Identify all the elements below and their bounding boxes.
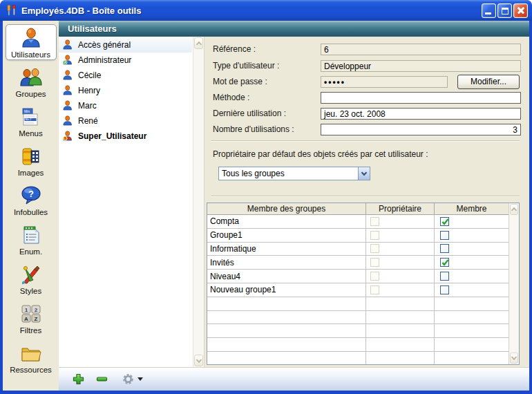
method-label: Méthode : (213, 92, 249, 104)
maximize-button[interactable] (497, 3, 512, 18)
sidebar-item-label: Filtres (20, 326, 41, 335)
sidebar-item-utilisateurs[interactable]: Utilisateurs (3, 22, 59, 62)
modify-password-button[interactable]: Modifier... (457, 75, 520, 89)
use-count-field[interactable]: 3 (321, 124, 521, 135)
sidebar-item-images[interactable]: Images (3, 140, 59, 180)
user-detail-form: Référence : 6 Type d'utilisateur : Dével… (205, 37, 529, 367)
membre-checkbox[interactable] (440, 285, 449, 294)
last-use-field[interactable]: jeu. 23 oct. 2008 (321, 108, 521, 120)
user-list-panel: Accès généralAAdministrateurCécileHenryM… (59, 37, 205, 367)
panel-title: Utilisateurs (59, 21, 529, 37)
sidebar-item-styles[interactable]: Styles (3, 259, 59, 298)
film-icon (19, 144, 44, 168)
scroll-down-button[interactable] (194, 355, 203, 366)
user-list-item[interactable]: AAdministrateur (59, 53, 192, 68)
user-list-item[interactable]: Henry (59, 83, 192, 98)
title-bar[interactable]: Employés.4DB - Boîte outils (0, 0, 532, 21)
user-list-item[interactable]: Cécile (59, 68, 192, 83)
window-body: Utilisateurs Groupes (3, 21, 529, 391)
scroll-down-button[interactable] (510, 353, 518, 364)
chevron-down-icon (511, 355, 517, 360)
sidebar-item-infobulles[interactable]: ? Infobulles (3, 180, 59, 219)
svg-text:1: 1 (24, 306, 28, 312)
svg-text:2: 2 (34, 306, 37, 312)
minus-icon (95, 373, 108, 386)
content-area: Utilisateurs Accès généralAAdministrateu… (59, 21, 529, 391)
group-name-cell: Compta (207, 215, 366, 228)
caret-down-icon[interactable] (137, 377, 143, 381)
divider (211, 140, 520, 142)
minimize-icon (485, 12, 491, 15)
scroll-up-button[interactable] (194, 37, 203, 49)
sidebar-item-ressources[interactable]: Ressources (3, 337, 59, 377)
groups-table-scrollbar[interactable] (509, 203, 519, 364)
sidebar-item-groupes[interactable]: Groupes (3, 62, 59, 101)
user-icon: A (62, 55, 73, 66)
plus-icon (72, 373, 85, 386)
group-name-cell: Invités (207, 256, 366, 269)
column-header-groups: Membre des groupes (207, 203, 366, 214)
svg-text:Min: Min (24, 109, 30, 113)
remove-user-button[interactable] (93, 372, 110, 387)
proprietaire-checkbox[interactable] (370, 272, 379, 281)
reference-label: Référence : (213, 44, 256, 55)
sidebar-item-menus[interactable]: Min Min 2 Menus (3, 101, 59, 140)
sidebar-item-enum[interactable]: Enum. (3, 219, 59, 259)
user-icon: S (62, 131, 73, 142)
proprietaire-checkbox[interactable] (370, 217, 379, 226)
membre-checkbox[interactable] (440, 244, 449, 253)
proprietaire-checkbox[interactable] (370, 231, 379, 240)
membre-checkbox[interactable] (440, 231, 449, 240)
user-type-field: Développeur (321, 60, 521, 72)
user-list-item[interactable]: Marc (59, 98, 192, 113)
sidebar-item-filtres[interactable]: 1 2 A Z Filtres (3, 298, 59, 337)
chevron-up-icon (196, 41, 201, 46)
password-field: ••••• (321, 76, 448, 88)
folder-icon (19, 341, 44, 365)
user-list-item[interactable]: René (59, 113, 192, 129)
gear-icon (122, 373, 135, 386)
maximize-icon (502, 8, 509, 15)
user-list-item[interactable]: SSuper_Utilisateur (59, 129, 192, 144)
chevron-down-icon (361, 169, 367, 175)
table-row: Compta (207, 215, 509, 229)
chevron-down-icon (196, 357, 201, 362)
table-row: Invités (207, 256, 509, 270)
scroll-up-button[interactable] (510, 204, 518, 215)
sidebar-item-label: Utilisateurs (11, 50, 50, 59)
sidebar-item-label: Images (18, 169, 44, 177)
group-name-cell: Groupe1 (207, 229, 366, 242)
minimize-button[interactable] (482, 3, 496, 18)
window-title: Employés.4DB - Boîte outils (21, 6, 482, 16)
membre-checkbox[interactable] (440, 272, 449, 281)
group-name-cell: Nouveau groupe1 (207, 283, 366, 297)
proprietaire-checkbox[interactable] (370, 258, 379, 267)
user-list-item[interactable]: Accès général (59, 37, 192, 53)
app-window: Employés.4DB - Boîte outils (0, 0, 532, 394)
proprietaire-checkbox[interactable] (370, 285, 379, 294)
svg-text:A: A (24, 315, 28, 321)
proprietaire-checkbox[interactable] (370, 244, 379, 253)
user-icon (62, 85, 73, 96)
add-user-button[interactable] (70, 372, 86, 387)
table-row-empty (207, 311, 509, 325)
user-icon (62, 100, 73, 111)
close-button[interactable] (513, 3, 528, 18)
column-header-proprietaire: Propriétaire (366, 203, 435, 214)
default-owner-select[interactable]: Tous les groupes (218, 167, 370, 180)
sidebar-item-label: Ressources (10, 366, 52, 374)
sidebar: Utilisateurs Groupes (3, 21, 59, 391)
sidebar-item-label: Enum. (19, 247, 42, 256)
membre-checkbox[interactable] (440, 258, 449, 267)
table-row: Niveau4 (207, 270, 509, 283)
paintbrush-icon (19, 263, 44, 286)
group-name-cell: Informatique (207, 243, 366, 256)
combo-dropdown-button[interactable] (358, 167, 370, 180)
user-icon (62, 39, 73, 50)
method-field[interactable] (321, 92, 521, 104)
user-icon (62, 70, 73, 81)
membre-checkbox[interactable] (440, 217, 449, 226)
menu-icon: Min Min 2 (19, 105, 44, 129)
user-list-scrollbar[interactable] (193, 37, 204, 367)
actions-button[interactable] (120, 372, 136, 387)
